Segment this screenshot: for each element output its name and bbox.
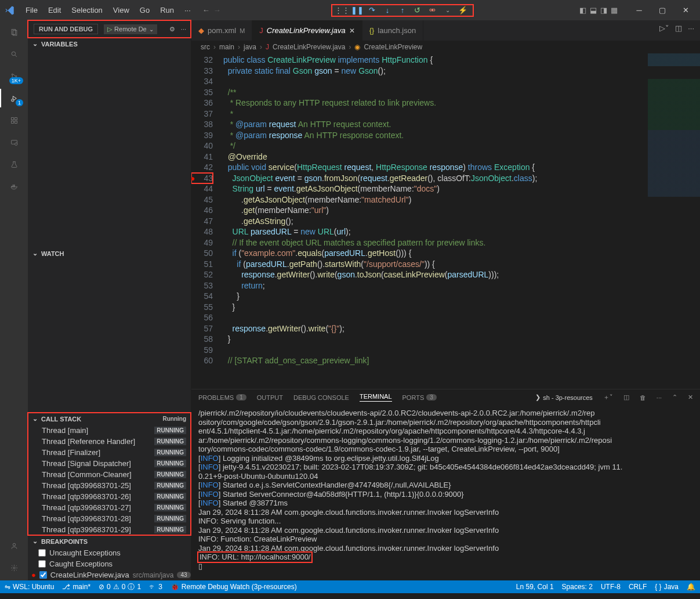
svg-rect-7 [11,117,13,120]
tab-createlinkpreview[interactable]: JCreateLinkPreview.java✕ [252,20,362,41]
bp-caught[interactable]: Caught Exceptions [28,558,191,569]
add-terminal-icon[interactable]: ＋˅ [603,393,613,402]
run-icon[interactable]: ▷˅ [659,24,669,33]
thread-row[interactable]: Thread [qtp399683701-27]RUNNING [28,502,191,513]
debug-alt-icon: 🐞 [171,583,179,591]
close-icon[interactable]: ✕ [676,6,695,15]
remote-explorer-icon[interactable] [7,135,21,149]
statusbar: ⇋WSL: Ubuntu ⎇main* ⊘0 ⚠0 ⓘ1 ᯤ3 🐞Remote … [0,580,700,593]
debug-target[interactable]: 🐞Remote Debug Watch (3p-resources) [171,583,297,591]
tab-launch[interactable]: {}launch.json [362,20,423,41]
thread-row[interactable]: Thread [qtp399683701-29]RUNNING [28,524,191,535]
minimap[interactable] [648,53,700,373]
chevron-down-icon[interactable]: ⌄ [443,6,452,15]
tab-terminal[interactable]: TERMINAL [360,393,392,402]
thread-row[interactable]: Thread [Signal Dispatcher]RUNNING [28,458,191,469]
svg-rect-8 [11,121,13,123]
tab-problems[interactable]: PROBLEMS1 [198,394,246,401]
testing-icon[interactable] [7,157,21,171]
thread-row[interactable]: Thread [qtp399683701-26]RUNNING [28,491,191,502]
bottom-panel: PROBLEMS1 OUTPUT DEBUG CONSOLE TERMINAL … [191,389,700,580]
docker-icon[interactable] [7,179,21,193]
menu-selection[interactable]: Selection [67,3,107,17]
tab-pom[interactable]: ◆pom.xmlM [191,20,252,41]
breakpoints-section[interactable]: ⌄BREAKPOINTS [28,535,191,547]
nav-back-icon[interactable]: ← [202,6,210,15]
menu-file[interactable]: File [21,3,42,17]
play-icon: ▷ [107,26,112,33]
step-over-icon[interactable]: ↷ [368,6,377,15]
eol[interactable]: CRLF [629,583,647,591]
breadcrumb[interactable]: src› main› java› JCreateLinkPreview.java… [191,41,700,53]
terminal-select[interactable]: ❯sh - 3p-resources [535,394,593,401]
scm-icon[interactable]: 1K+ [7,69,21,83]
breakpoint-dot-icon: ● [31,571,36,579]
menu-edit[interactable]: Edit [43,3,66,17]
close-icon[interactable]: ✕ [349,27,355,35]
step-into-icon[interactable]: ↓ [383,6,392,15]
debug-badge: 1 [16,99,23,106]
panel-bottom-icon[interactable]: ⬓ [590,6,597,15]
pause-icon[interactable]: ❚❚ [353,6,362,15]
tab-ports[interactable]: PORTS3 [402,394,437,401]
layout-icon[interactable]: ▦ [611,6,618,15]
variables-section[interactable]: ⌄VARIABLES [28,38,191,50]
language[interactable]: { } Java [655,583,679,591]
main-menu: File Edit Selection View Go Run ··· [21,3,195,17]
ports-indicator[interactable]: ᯤ3 [149,583,162,591]
panel-left-icon[interactable]: ◧ [579,6,586,15]
thread-row[interactable]: Thread [Reference Handler]RUNNING [28,436,191,447]
more-icon[interactable]: ··· [657,394,662,401]
indent[interactable]: Spaces: 2 [562,583,593,591]
gear-icon[interactable]: ⚙ [169,26,175,33]
branch-indicator[interactable]: ⎇main* [62,583,90,591]
more-icon[interactable]: ··· [181,26,186,33]
encoding[interactable]: UTF-8 [601,583,621,591]
hot-reload-icon[interactable]: ⚡ [458,6,467,15]
titlebar: File Edit Selection View Go Run ··· ← → … [0,0,700,20]
panel-right-icon[interactable]: ◨ [600,6,607,15]
thread-row[interactable]: Thread [qtp399683701-28]RUNNING [28,513,191,524]
minimize-icon[interactable]: ─ [629,6,649,15]
settings-icon[interactable] [7,561,21,575]
menu-go[interactable]: Go [135,3,154,17]
notifications-icon[interactable]: 🔔 [687,583,695,591]
tab-output[interactable]: OUTPUT [257,394,283,401]
restart-icon[interactable]: ↺ [413,6,422,15]
menu-more[interactable]: ··· [180,3,195,17]
debug-icon[interactable]: 1 [7,91,21,105]
split-icon[interactable]: ◫ [675,24,682,33]
thread-row[interactable]: Thread [main]RUNNING [28,425,191,436]
step-out-icon[interactable]: ↑ [398,6,407,15]
more-icon[interactable]: ··· [688,24,694,33]
bp-uncaught[interactable]: Uncaught Exceptions [28,547,191,558]
watch-section[interactable]: ⌄WATCH [28,247,191,259]
menu-view[interactable]: View [108,3,134,17]
maximize-icon[interactable]: ▢ [652,6,672,15]
thread-row[interactable]: Thread [Common-Cleaner]RUNNING [28,469,191,480]
thread-row[interactable]: Thread [Finalizer]RUNNING [28,447,191,458]
trash-icon[interactable]: 🗑 [640,394,646,401]
search-icon[interactable] [7,47,21,61]
tab-debug-console[interactable]: DEBUG CONSOLE [293,394,349,401]
remote-indicator[interactable]: ⇋WSL: Ubuntu [5,583,54,591]
problems-indicator[interactable]: ⊘0 ⚠0 ⓘ1 [99,582,141,592]
bp-file[interactable]: ● CreateLinkPreview.java src/main/java 4… [28,569,191,580]
menu-run[interactable]: Run [155,3,179,17]
extensions-icon[interactable] [7,113,21,127]
split-terminal-icon[interactable]: ◫ [623,394,629,401]
accounts-icon[interactable] [7,539,21,553]
thread-row[interactable]: Thread [qtp399683701-25]RUNNING [28,480,191,491]
cursor-pos[interactable]: Ln 59, Col 1 [516,583,554,591]
code-editor[interactable]: 3233343536373839404142434445464748495051… [191,53,700,389]
explorer-icon[interactable] [7,25,21,39]
chevron-up-icon[interactable]: ⌃ [672,394,677,401]
callstack-section[interactable]: ⌄CALL STACK Running [28,413,191,425]
nav-forward-icon[interactable]: → [213,6,221,15]
close-panel-icon[interactable]: ✕ [688,394,693,401]
branch-icon: ⎇ [62,583,70,591]
drag-handle-icon[interactable]: ⋮⋮ [338,6,347,15]
terminal[interactable]: /pierrick/.m2/repository/io/cloudevents/… [191,405,700,580]
debug-config-select[interactable]: ▷ Remote De ⌄ [104,24,157,34]
disconnect-icon[interactable]: ⚮ [428,6,437,15]
